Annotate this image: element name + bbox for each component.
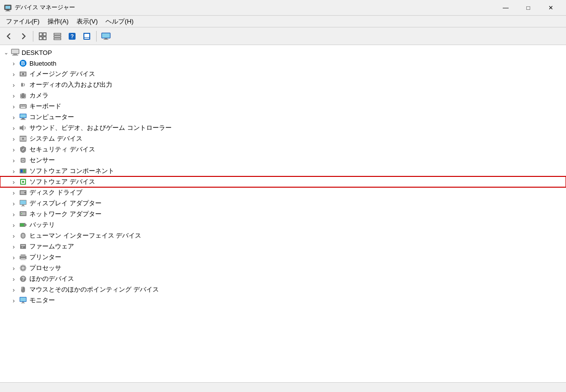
expand-icon-mouse[interactable] — [10, 286, 18, 294]
svg-rect-37 — [21, 107, 26, 108]
expand-icon-security[interactable] — [10, 146, 18, 153]
menu-action[interactable]: 操作(A) — [44, 16, 73, 27]
expand-icon-camera[interactable] — [10, 92, 18, 99]
toolbar-btn-help[interactable]: ? — [65, 29, 79, 43]
icon-camera — [19, 91, 27, 100]
svg-rect-91 — [23, 288, 24, 290]
tree-item-firmware[interactable]: FW ファームウェア — [0, 241, 566, 252]
tree-item-camera[interactable]: カメラ — [0, 90, 566, 101]
minimize-button[interactable]: — — [494, 0, 517, 16]
tree-item-hid[interactable]: ヒューマン インターフェイス デバイス — [0, 230, 566, 241]
expand-icon-battery[interactable] — [10, 221, 18, 229]
icon-hid — [19, 231, 27, 240]
svg-rect-3 — [5, 11, 10, 11]
tree-item-display[interactable]: ディスプレイ アダプター — [0, 198, 566, 209]
tree-item-system[interactable]: システム デバイス — [0, 133, 566, 144]
expand-icon-system[interactable] — [10, 135, 18, 143]
toolbar-btn-properties[interactable] — [80, 29, 94, 43]
expand-icon-sensor[interactable] — [10, 156, 18, 164]
label-audio: オーディオの入力および出力 — [29, 80, 112, 89]
expand-icon-monitor[interactable] — [10, 296, 18, 304]
tree-item-software-component[interactable]: ソフトウェア コンポーネント — [0, 166, 566, 176]
svg-rect-75 — [21, 254, 26, 257]
expand-icon-firmware[interactable] — [10, 243, 18, 250]
menu-view[interactable]: 表示(V) — [73, 16, 102, 27]
svg-rect-84 — [24, 265, 24, 266]
toolbar-btn-list[interactable] — [51, 29, 64, 43]
icon-imaging — [19, 70, 27, 78]
tree-item-computer[interactable]: コンピューター — [0, 112, 566, 122]
icon-security: ✓ — [19, 145, 27, 154]
expand-icon-other[interactable] — [10, 275, 18, 283]
icon-other: ? — [19, 274, 27, 283]
expand-icon-printer[interactable] — [10, 253, 18, 261]
tree-item-mouse[interactable]: マウスとそのほかのポインティング デバイス — [0, 284, 566, 295]
svg-rect-95 — [21, 303, 25, 303]
label-disk: ディスク ドライブ — [29, 188, 82, 197]
tree-item-printer[interactable]: プリンター — [0, 252, 566, 263]
forward-button[interactable] — [17, 29, 30, 43]
tree-root[interactable]: DESKTOP — [0, 47, 566, 58]
close-button[interactable]: ✕ — [540, 0, 562, 16]
expand-icon-network[interactable] — [10, 210, 18, 218]
tree-item-bluetooth[interactable]: B Bluetooth — [0, 58, 566, 69]
icon-display — [19, 199, 27, 208]
icon-sound — [19, 123, 27, 132]
device-tree[interactable]: DESKTOP B Bluetooth イメージング デバイス オーディオの入力… — [0, 45, 566, 382]
app-icon — [4, 4, 12, 12]
tree-item-sound[interactable]: サウンド、ビデオ、およびゲーム コントローラー — [0, 122, 566, 133]
expand-icon-processor[interactable] — [10, 264, 18, 272]
expand-icon-computer[interactable] — [10, 113, 18, 121]
status-bar — [0, 382, 566, 392]
icon-computer — [19, 113, 27, 122]
back-button[interactable] — [2, 29, 16, 43]
expand-icon-hid[interactable] — [10, 232, 18, 240]
expand-icon-sound[interactable] — [10, 124, 18, 132]
svg-text:?: ? — [71, 33, 74, 39]
tree-item-audio[interactable]: オーディオの入力および出力 — [0, 79, 566, 90]
menu-file[interactable]: ファイル(F) — [2, 16, 44, 27]
tree-item-other[interactable]: ? ほかのデバイス — [0, 273, 566, 284]
root-computer-icon — [11, 48, 20, 57]
svg-rect-35 — [23, 105, 24, 106]
expand-icon-imaging[interactable] — [10, 70, 18, 78]
expand-icon-disk[interactable] — [10, 189, 18, 196]
toolbar-btn-monitor[interactable] — [99, 29, 113, 43]
label-network: ネットワーク アダプター — [29, 210, 102, 219]
toolbar-sep-1 — [33, 31, 33, 42]
tree-item-battery[interactable]: バッテリ — [0, 220, 566, 230]
tree-item-monitor[interactable]: モニター — [0, 295, 566, 306]
svg-point-30 — [22, 95, 25, 98]
expand-icon-software-device[interactable] — [10, 178, 18, 186]
maximize-button[interactable]: □ — [517, 0, 540, 16]
expand-icon-software-component[interactable] — [10, 167, 18, 175]
expand-icon-display[interactable] — [10, 199, 18, 207]
tree-item-keyboard[interactable]: キーボード — [0, 101, 566, 112]
svg-rect-60 — [20, 200, 26, 204]
svg-text:B: B — [21, 60, 25, 66]
tree-item-disk[interactable]: ディスク ドライブ — [0, 187, 566, 198]
root-expand-icon[interactable] — [2, 49, 10, 56]
tree-item-software-device[interactable]: ソフトウェア デバイス — [0, 176, 566, 187]
expand-icon-bluetooth[interactable] — [10, 59, 18, 67]
svg-rect-61 — [22, 205, 24, 206]
icon-bluetooth: B — [19, 59, 27, 68]
icon-processor — [19, 264, 27, 272]
expand-icon-audio[interactable] — [10, 81, 18, 89]
tree-item-processor[interactable]: プロセッサ — [0, 263, 566, 273]
toolbar-btn-grid[interactable] — [36, 29, 50, 43]
tree-item-sensor[interactable]: センサー — [0, 155, 566, 166]
svg-rect-21 — [12, 49, 19, 53]
svg-marker-42 — [20, 125, 24, 131]
expand-icon-keyboard[interactable] — [10, 102, 18, 110]
svg-rect-94 — [22, 302, 24, 303]
tree-item-imaging[interactable]: イメージング デバイス — [0, 69, 566, 79]
label-battery: バッテリ — [29, 220, 55, 229]
icon-audio — [19, 80, 27, 89]
svg-rect-10 — [54, 38, 61, 40]
menu-help[interactable]: ヘルプ(H) — [102, 16, 137, 27]
svg-rect-23 — [12, 55, 18, 56]
tree-item-network[interactable]: ネットワーク アダプター — [0, 209, 566, 220]
svg-text:FW: FW — [21, 245, 26, 248]
tree-item-security[interactable]: ✓ セキュリティ デバイス — [0, 144, 566, 155]
